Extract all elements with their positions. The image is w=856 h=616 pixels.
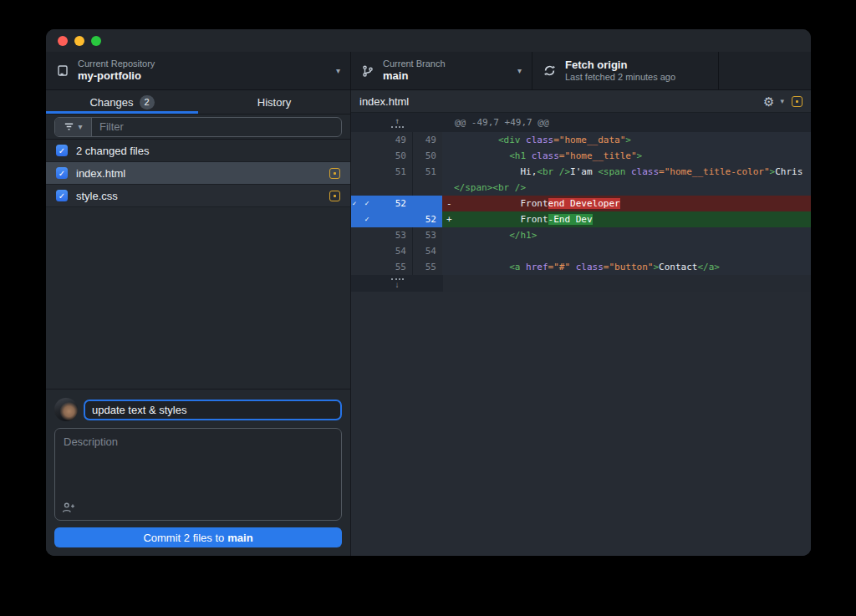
changes-sidebar: Changes2History ▾ ✓ 2 cha [46, 90, 351, 556]
add-coauthor-button[interactable] [62, 501, 75, 514]
sidebar-tabs: Changes2History [46, 90, 350, 115]
file-row[interactable]: ✓style.css [46, 185, 350, 207]
fetch-origin-button[interactable]: Fetch origin Last fetched 2 minutes ago [532, 52, 719, 89]
line-select-check[interactable] [358, 227, 376, 243]
sync-icon [543, 64, 557, 78]
hunk-select-strip[interactable] [351, 132, 358, 148]
file-row[interactable]: ✓index.html [46, 162, 350, 185]
hunk-select-strip[interactable] [351, 211, 358, 227]
file-list: ✓index.html✓style.css [46, 162, 350, 207]
toolbar: Current Repository my-portfolio ▾ Curren… [46, 52, 811, 90]
modified-status-icon [329, 168, 340, 179]
line-select-check[interactable] [358, 259, 376, 275]
new-line-number: 55 [413, 259, 442, 275]
hunk-select-strip[interactable] [351, 164, 358, 180]
minimize-window-button[interactable] [74, 36, 84, 46]
hunk-header-text: @@ -49,7 +49,7 @@ [443, 113, 549, 132]
expand-hunk-down-button[interactable]: ↓ [391, 278, 404, 288]
diff-marker [442, 243, 454, 259]
diff-marker: - [442, 196, 454, 211]
chevron-down-icon[interactable]: ▾ [780, 97, 784, 105]
diff-marker [442, 164, 454, 180]
diff-line: ✓✓52- Frontend Developer [351, 196, 811, 211]
arrow-down-icon: ↓ [395, 282, 400, 288]
diff-options-gear-icon[interactable]: ⚙ [763, 95, 774, 108]
old-line-number [376, 180, 413, 196]
summary-row [54, 398, 342, 421]
diff-empty-area [351, 292, 811, 556]
hunk-header-row: ↑ @@ -49,7 +49,7 @@ [351, 113, 811, 132]
line-select-check[interactable]: ✓ [358, 196, 376, 211]
hunk-select-strip[interactable] [351, 259, 358, 275]
chevron-down-icon: ▾ [336, 66, 340, 75]
diff-marker: + [442, 211, 454, 227]
line-select-check[interactable] [358, 164, 376, 180]
github-desktop-window: Current Repository my-portfolio ▾ Curren… [46, 29, 811, 556]
fetch-subtitle: Last fetched 2 minutes ago [565, 72, 675, 84]
new-line-number: 51 [413, 164, 442, 180]
code-line: </span><br /> [442, 180, 811, 196]
commit-description-input[interactable] [54, 428, 342, 521]
old-line-number: 50 [376, 148, 413, 164]
diff-marker [442, 180, 454, 196]
hunk-select-strip[interactable] [351, 148, 358, 164]
code-text: Hi,<br />I'am <span class="home__title-c… [454, 164, 802, 180]
line-select-check[interactable] [358, 132, 376, 148]
new-line-number: 49 [413, 132, 442, 148]
current-branch-dropdown[interactable]: Current Branch main ▾ [351, 52, 532, 89]
new-line-number: 52 [413, 211, 442, 227]
code-line: <h1 class="home__title"> [442, 148, 811, 164]
diff-marker [442, 259, 454, 275]
diff-marker [442, 148, 454, 164]
tab-label: History [257, 96, 291, 109]
branch-text: Current Branch main [383, 59, 446, 84]
toolbar-spacer [719, 52, 811, 89]
titlebar[interactable] [46, 29, 811, 52]
git-branch-icon [361, 64, 374, 78]
tab-history[interactable]: History [198, 90, 350, 114]
expand-down-gutter: ↓ [351, 275, 443, 292]
diff-marker [442, 132, 454, 148]
commit-summary-input[interactable] [84, 400, 342, 420]
branch-label: Current Branch [383, 59, 446, 70]
tab-badge: 2 [140, 95, 155, 109]
code-text: <h1 class="home__title"> [454, 148, 642, 164]
branch-name: main [383, 69, 446, 83]
select-all-checkbox[interactable]: ✓ [56, 145, 68, 156]
zoom-window-button[interactable] [91, 36, 101, 46]
expand-row-filler [443, 275, 811, 292]
line-select-check[interactable] [358, 180, 376, 196]
file-checkbox[interactable]: ✓ [56, 167, 68, 179]
line-select-check[interactable]: ✓ [358, 211, 376, 227]
diff-panel: index.html ⚙ ▾ ↑ @@ -49,7 +49,7 @@ 4949 … [351, 90, 811, 556]
modified-status-icon [329, 191, 340, 201]
code-line: Hi,<br />I'am <span class="home__title-c… [442, 164, 811, 180]
diff-line: 4949 <div class="home__data"> [351, 132, 811, 148]
diff-line: 5454 [351, 243, 811, 259]
hunk-select-strip[interactable] [351, 243, 358, 259]
diff-line: 5555 <a href="#" class="button">Contact<… [351, 259, 811, 275]
old-line-number: 52 [376, 196, 413, 211]
tab-changes[interactable]: Changes2 [46, 90, 198, 114]
line-select-check[interactable] [358, 243, 376, 259]
code-line: - Frontend Developer [442, 196, 811, 211]
hunk-select-strip[interactable] [351, 180, 358, 196]
modified-dot [334, 195, 336, 197]
expand-hunk-up-button[interactable]: ↑ [391, 118, 404, 128]
close-window-button[interactable] [58, 36, 68, 46]
diff-lines: 4949 <div class="home__data">5050 <h1 cl… [351, 132, 811, 275]
hunk-select-strip[interactable] [351, 227, 358, 243]
file-checkbox[interactable]: ✓ [56, 190, 68, 201]
description-box [54, 428, 342, 521]
current-repository-dropdown[interactable]: Current Repository my-portfolio ▾ [46, 52, 351, 89]
select-all-row: ✓ 2 changed files [46, 140, 350, 162]
hunk-select-strip[interactable]: ✓ [351, 196, 358, 211]
code-text: </h1> [454, 227, 537, 243]
filter-input[interactable] [92, 118, 341, 136]
line-select-check[interactable] [358, 148, 376, 164]
diff-line: ✓52+ Front-End Dev [351, 211, 811, 227]
repository-name: my-portfolio [78, 69, 155, 83]
diff-line: 5151 Hi,<br />I'am <span class="home__ti… [351, 164, 811, 180]
commit-button[interactable]: Commit 2 files to main [54, 527, 342, 547]
filter-options-button[interactable]: ▾ [55, 118, 92, 136]
